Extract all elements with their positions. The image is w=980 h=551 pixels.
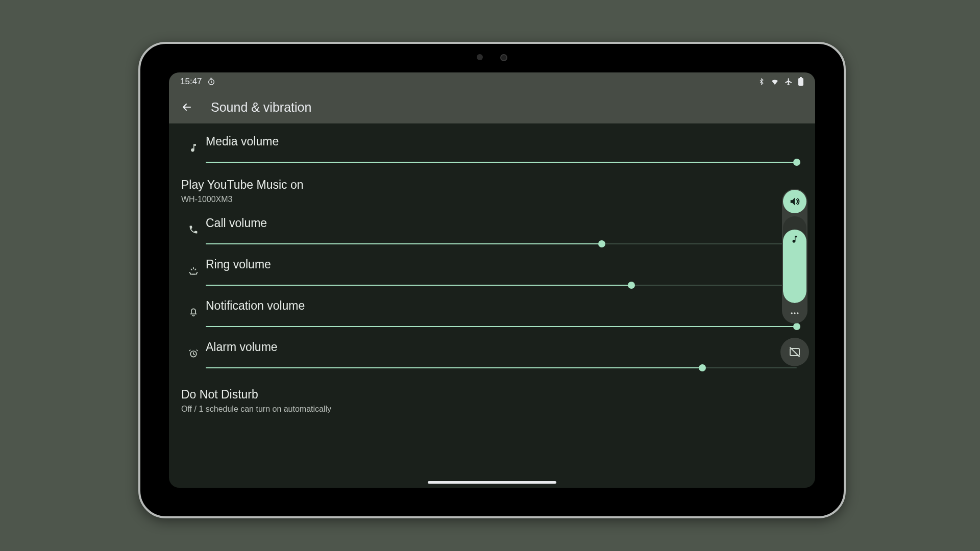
arrow-left-icon [181,101,193,113]
notification-volume-label: Notification volume [206,299,797,313]
svg-point-5 [794,312,795,314]
media-volume-slider[interactable] [206,158,797,167]
more-button[interactable] [783,303,806,323]
settings-content: Media volume Play YouTube Music on WH-10… [169,123,815,419]
alarm-icon [188,348,199,359]
svg-point-6 [797,312,798,314]
speaker-icon [789,196,800,207]
screen: 15:47 [169,72,815,488]
clock: 15:47 [180,77,202,87]
do-not-disturb-row[interactable]: Do Not Disturb Off / 1 schedule can turn… [169,374,815,419]
ring-volume-label: Ring volume [206,258,797,271]
alarm-volume-slider[interactable] [206,363,797,372]
more-horizontal-icon [790,308,800,318]
media-volume-row: Media volume [169,128,815,169]
timer-icon [207,78,215,86]
notification-volume-slider[interactable] [206,322,797,331]
wifi-icon [770,77,779,86]
app-bar: Sound & vibration [169,91,815,123]
alarm-volume-label: Alarm volume [206,340,797,354]
bluetooth-icon [758,78,765,85]
cast-button[interactable] [780,338,809,366]
page-title: Sound & vibration [211,100,311,115]
tablet-device-frame: 15:47 [138,42,846,518]
dnd-title: Do Not Disturb [181,388,803,402]
status-bar: 15:47 [169,72,815,91]
volume-pill [782,189,807,323]
volume-panel [780,189,809,366]
cast-output-device: WH-1000XM3 [181,195,803,204]
cast-output-row[interactable]: Play YouTube Music on WH-1000XM3 [169,169,815,209]
output-button[interactable] [783,190,806,213]
call-volume-slider[interactable] [206,239,797,248]
phone-icon [188,224,199,235]
svg-rect-1 [798,78,803,86]
alarm-volume-row: Alarm volume [169,333,815,374]
call-volume-row: Call volume [169,209,815,251]
back-button[interactable] [178,98,195,116]
airplane-icon [785,78,793,86]
cast-output-title: Play YouTube Music on [181,178,803,192]
front-camera [477,54,507,61]
media-volume-label: Media volume [206,135,797,148]
bell-icon [188,307,199,317]
cast-off-icon [789,346,801,358]
call-volume-label: Call volume [206,216,797,230]
ring-volume-row: Ring volume [169,251,815,292]
music-note-icon [188,143,199,153]
svg-rect-2 [800,77,802,79]
ringer-icon [188,266,199,277]
svg-point-4 [791,312,793,314]
ring-volume-slider[interactable] [206,281,797,290]
battery-icon [798,77,804,86]
vertical-volume-slider[interactable] [783,216,806,303]
dnd-subtitle: Off / 1 schedule can turn on automatical… [181,405,803,414]
notification-volume-row: Notification volume [169,292,815,333]
media-icon [790,235,799,244]
gesture-nav-bar[interactable] [428,481,556,484]
